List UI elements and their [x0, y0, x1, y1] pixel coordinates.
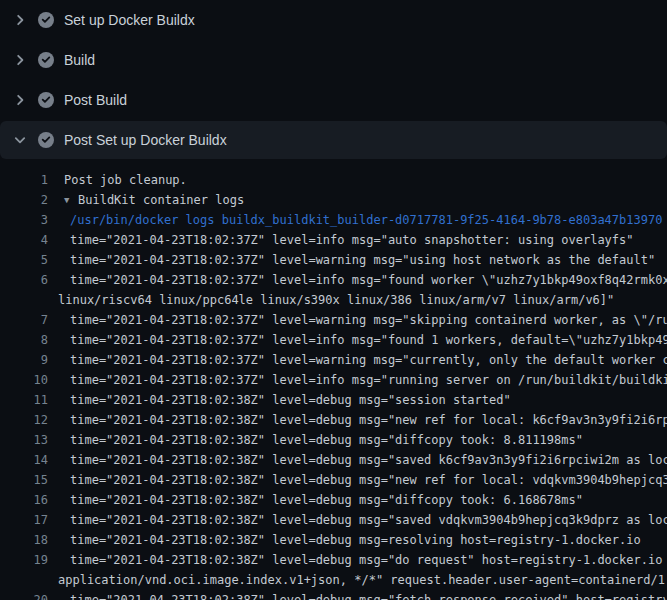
log-text: time="2021-04-23T18:02:38Z" level=debug … — [70, 590, 667, 600]
step-title: Build — [64, 52, 95, 68]
log-line: 20time="2021-04-23T18:02:38Z" level=debu… — [0, 590, 667, 600]
log-text: BuildKit container logs — [78, 190, 244, 210]
step-title: Set up Docker Buildx — [64, 12, 195, 28]
line-number[interactable]: 1 — [0, 170, 48, 190]
log-lines: 1Post job cleanup.2▼BuildKit container l… — [0, 160, 667, 600]
workflow-log-panel: Set up Docker Buildx Build Post Build — [0, 0, 667, 600]
log-line: linux/riscv64 linux/ppc64le linux/s390x … — [0, 290, 667, 310]
log-text: time="2021-04-23T18:02:38Z" level=debug … — [70, 510, 667, 530]
chevron-right-icon[interactable] — [12, 12, 28, 28]
log-text: time="2021-04-23T18:02:37Z" level=warnin… — [70, 350, 667, 370]
log-line: 11time="2021-04-23T18:02:38Z" level=debu… — [0, 390, 667, 410]
line-number[interactable]: 6 — [0, 270, 48, 290]
log-text: time="2021-04-23T18:02:38Z" level=debug … — [70, 490, 583, 510]
log-line: 13time="2021-04-23T18:02:38Z" level=debu… — [0, 430, 667, 450]
log-text: time="2021-04-23T18:02:38Z" level=debug … — [70, 470, 667, 490]
line-number[interactable]: 10 — [0, 370, 48, 390]
log-text: time="2021-04-23T18:02:38Z" level=debug … — [70, 390, 511, 410]
chevron-down-icon[interactable] — [12, 132, 28, 148]
check-circle-icon — [38, 12, 54, 28]
line-number[interactable]: 8 — [0, 330, 48, 350]
log-text: time="2021-04-23T18:02:37Z" level=info m… — [70, 330, 667, 350]
log-text: Post job cleanup. — [64, 170, 187, 190]
step-list: Set up Docker Buildx Build Post Build — [0, 0, 667, 159]
group-collapse-icon[interactable]: ▼ — [64, 190, 78, 210]
line-number[interactable]: 9 — [0, 350, 48, 370]
log-line: 7time="2021-04-23T18:02:37Z" level=warni… — [0, 310, 667, 330]
log-text: time="2021-04-23T18:02:37Z" level=warnin… — [70, 310, 667, 330]
line-number[interactable]: 16 — [0, 490, 48, 510]
log-line: 15time="2021-04-23T18:02:38Z" level=debu… — [0, 470, 667, 490]
chevron-right-icon[interactable] — [12, 52, 28, 68]
log-line: 14time="2021-04-23T18:02:38Z" level=debu… — [0, 450, 667, 470]
step-title: Post Build — [64, 92, 127, 108]
log-line: 6time="2021-04-23T18:02:37Z" level=info … — [0, 270, 667, 290]
line-number — [0, 570, 48, 590]
log-text: time="2021-04-23T18:02:37Z" level=warnin… — [70, 250, 655, 270]
log-text: time="2021-04-23T18:02:38Z" level=debug … — [70, 530, 641, 550]
log-text: application/vnd.oci.image.index.v1+json,… — [58, 570, 667, 590]
log-line: 8time="2021-04-23T18:02:37Z" level=info … — [0, 330, 667, 350]
log-text: time="2021-04-23T18:02:37Z" level=info m… — [70, 270, 667, 290]
line-number[interactable]: 7 — [0, 310, 48, 330]
line-number[interactable]: 12 — [0, 410, 48, 430]
log-line: 4time="2021-04-23T18:02:37Z" level=info … — [0, 230, 667, 250]
log-text: linux/riscv64 linux/ppc64le linux/s390x … — [58, 290, 614, 310]
log-line: 12time="2021-04-23T18:02:38Z" level=debu… — [0, 410, 667, 430]
log-text: time="2021-04-23T18:02:38Z" level=debug … — [70, 410, 667, 430]
check-circle-icon — [38, 52, 54, 68]
chevron-right-icon[interactable] — [12, 92, 28, 108]
line-number[interactable]: 2 — [0, 190, 48, 210]
line-number[interactable]: 19 — [0, 550, 48, 570]
step-row-build[interactable]: Build — [0, 40, 667, 80]
line-number[interactable]: 4 — [0, 230, 48, 250]
log-text: time="2021-04-23T18:02:37Z" level=info m… — [70, 370, 667, 390]
log-line: 17time="2021-04-23T18:02:38Z" level=debu… — [0, 510, 667, 530]
step-row-set-up-docker-buildx[interactable]: Set up Docker Buildx — [0, 0, 667, 40]
line-number[interactable]: 13 — [0, 430, 48, 450]
line-number[interactable]: 18 — [0, 530, 48, 550]
log-text: time="2021-04-23T18:02:37Z" level=info m… — [70, 230, 634, 250]
log-line: 16time="2021-04-23T18:02:38Z" level=debu… — [0, 490, 667, 510]
line-number[interactable]: 3 — [0, 210, 48, 230]
line-number[interactable]: 14 — [0, 450, 48, 470]
log-line: 5time="2021-04-23T18:02:37Z" level=warni… — [0, 250, 667, 270]
line-number — [0, 290, 48, 310]
step-row-post-set-up-docker-buildx[interactable]: Post Set up Docker Buildx — [0, 121, 667, 159]
line-number[interactable]: 11 — [0, 390, 48, 410]
log-line: 9time="2021-04-23T18:02:37Z" level=warni… — [0, 350, 667, 370]
check-circle-icon — [38, 92, 54, 108]
log-text: time="2021-04-23T18:02:38Z" level=debug … — [70, 550, 667, 570]
log-line: 10time="2021-04-23T18:02:37Z" level=info… — [0, 370, 667, 390]
step-row-post-build[interactable]: Post Build — [0, 80, 667, 120]
line-number[interactable]: 15 — [0, 470, 48, 490]
line-number[interactable]: 5 — [0, 250, 48, 270]
line-number[interactable]: 17 — [0, 510, 48, 530]
log-line: 1Post job cleanup. — [0, 170, 667, 190]
log-line: application/vnd.oci.image.index.v1+json,… — [0, 570, 667, 590]
log-command-text: /usr/bin/docker logs buildx_buildkit_bui… — [70, 210, 662, 230]
step-title: Post Set up Docker Buildx — [64, 132, 227, 148]
log-text: time="2021-04-23T18:02:38Z" level=debug … — [70, 430, 583, 450]
check-circle-icon — [38, 132, 54, 148]
log-line: 3/usr/bin/docker logs buildx_buildkit_bu… — [0, 210, 667, 230]
log-text: time="2021-04-23T18:02:38Z" level=debug … — [70, 450, 667, 470]
line-number[interactable]: 20 — [0, 590, 48, 600]
log-line: 19time="2021-04-23T18:02:38Z" level=debu… — [0, 550, 667, 570]
log-line: 2▼BuildKit container logs — [0, 190, 667, 210]
log-line: 18time="2021-04-23T18:02:38Z" level=debu… — [0, 530, 667, 550]
